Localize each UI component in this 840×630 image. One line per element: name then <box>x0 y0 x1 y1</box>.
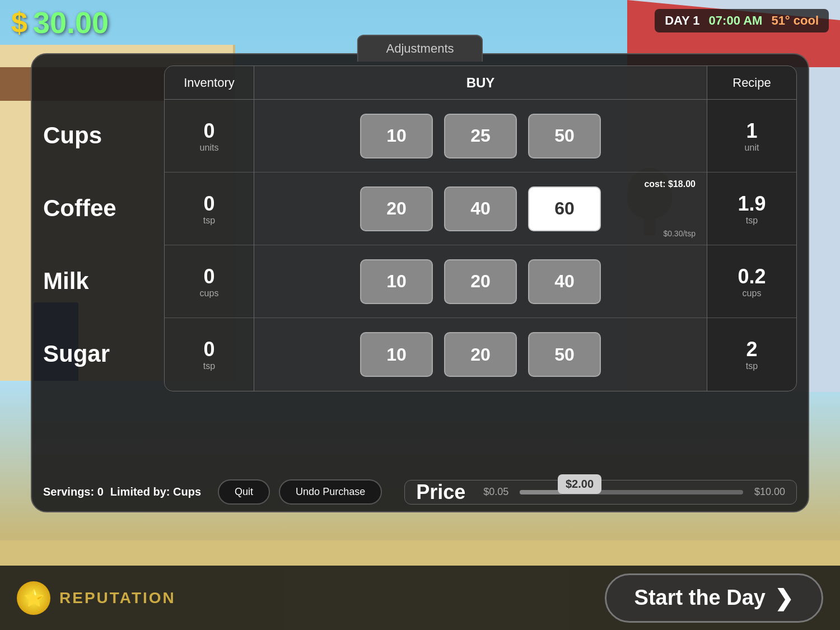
footer-bar: ⭐ REPUTATION Start the Day ❯ <box>0 566 840 630</box>
inv-value-milk: 0 <box>203 265 214 288</box>
recipe-unit-milk: cups <box>743 288 762 298</box>
panel-bottom-bar: Servings: 0 Limited by: Cups Quit Undo P… <box>32 473 808 511</box>
recipe-value-milk: 0.2 <box>738 265 766 288</box>
start-btn-label: Start the Day <box>634 586 766 610</box>
recipe-unit-sugar: tsp <box>746 361 758 371</box>
reputation-section: ⭐ REPUTATION <box>17 581 176 615</box>
buy-col: BUY 10 25 50 cost: $18.00 20 40 60 $0.30… <box>254 66 707 391</box>
day-label: DAY 1 <box>665 13 699 28</box>
buy-sugar-20[interactable]: 20 <box>444 332 517 377</box>
price-max: $10.00 <box>754 486 785 498</box>
limited-by: Cups <box>173 486 201 498</box>
buy-milk-20[interactable]: 20 <box>444 259 517 304</box>
buy-row-sugar: 10 20 50 <box>254 318 707 391</box>
buy-cups-50[interactable]: 50 <box>528 114 601 158</box>
inv-unit-sugar: tsp <box>203 361 215 371</box>
labels-col: Cups Coffee Milk Sugar <box>43 66 155 467</box>
buy-coffee-20[interactable]: 20 <box>360 186 433 231</box>
recipe-cell-sugar: 2 tsp <box>707 318 796 391</box>
buy-row-cups: 10 25 50 <box>254 100 707 172</box>
limited-prefix: Limited by: <box>110 486 170 498</box>
inv-value-sugar: 0 <box>203 338 214 361</box>
servings-value: 0 <box>97 486 104 498</box>
buy-row-milk: 10 20 40 <box>254 245 707 318</box>
recipe-cell-coffee: 1.9 tsp <box>707 172 796 245</box>
recipe-value-coffee: 1.9 <box>738 192 766 216</box>
buy-cups-10[interactable]: 10 <box>360 114 433 158</box>
buy-coffee-60[interactable]: 60 <box>528 186 601 231</box>
row-label-coffee: Coffee <box>43 172 155 245</box>
row-label-milk: Milk <box>43 245 155 318</box>
inv-unit-coffee: tsp <box>203 216 215 226</box>
servings-info: Servings: 0 <box>43 486 104 498</box>
undo-button[interactable]: Undo Purchase <box>279 479 382 505</box>
price-slider-fill <box>520 490 562 494</box>
buy-milk-10[interactable]: 10 <box>360 259 433 304</box>
rep-star: ⭐ <box>24 588 44 608</box>
reputation-icon: ⭐ <box>17 581 50 615</box>
chevron-right-icon: ❯ <box>774 585 794 611</box>
price-label: Price <box>416 480 472 504</box>
buy-sugar-50[interactable]: 50 <box>528 332 601 377</box>
inv-cell-sugar: 0 tsp <box>165 318 254 391</box>
inventory-col: Inventory 0 units 0 tsp 0 cups 0 <box>165 66 254 391</box>
price-slider[interactable]: $2.00 <box>520 490 743 494</box>
middle-section: Inventory 0 units 0 tsp 0 cups 0 <box>164 66 797 467</box>
inv-cell-milk: 0 cups <box>165 245 254 318</box>
limited-info: Limited by: Cups <box>110 486 201 498</box>
buy-header: BUY <box>254 66 707 100</box>
buy-coffee-cost: cost: $18.00 <box>644 179 696 189</box>
action-buttons: Quit Undo Purchase <box>218 479 382 505</box>
start-day-button[interactable]: Start the Day ❯ <box>605 573 823 623</box>
inv-cell-cups: 0 units <box>165 100 254 172</box>
buy-cups-25[interactable]: 25 <box>444 114 517 158</box>
buy-coffee-price: $0.30/tsp <box>663 229 696 238</box>
price-min: $0.05 <box>483 486 508 498</box>
row-label-sugar: Sugar <box>43 318 155 390</box>
row-label-cups: Cups <box>43 99 155 172</box>
inv-buy-container: Inventory 0 units 0 tsp 0 cups 0 <box>164 66 797 391</box>
recipe-unit-cups: unit <box>745 143 759 153</box>
money-amount: 30.00 <box>33 5 109 40</box>
inv-value-coffee: 0 <box>203 192 214 216</box>
inv-unit-cups: units <box>200 143 219 153</box>
quit-button[interactable]: Quit <box>218 479 270 505</box>
day-info: DAY 1 07:00 AM 51° cool <box>655 9 829 32</box>
recipe-value-cups: 1 <box>746 119 757 143</box>
servings-label: Servings: <box>43 486 94 498</box>
day-temp: 51° cool <box>771 13 819 28</box>
inv-cell-coffee: 0 tsp <box>165 172 254 245</box>
price-thumb: $2.00 <box>558 474 601 494</box>
price-section: Price $0.05 $2.00 $10.00 <box>404 480 797 505</box>
inventory-header: Inventory <box>165 66 254 100</box>
adjustments-label: Adjustments <box>386 41 454 55</box>
recipe-col: Recipe 1 unit 1.9 tsp 0.2 cups 2 <box>707 66 796 391</box>
main-panel: Cups Coffee Milk Sugar Inventory 0 units… <box>31 53 809 512</box>
buy-coffee-40[interactable]: 40 <box>444 186 517 231</box>
recipe-unit-coffee: tsp <box>746 216 758 226</box>
inv-unit-milk: cups <box>200 288 219 298</box>
panel-content: Cups Coffee Milk Sugar Inventory 0 units… <box>32 54 808 473</box>
inv-value-cups: 0 <box>203 119 214 143</box>
buy-row-coffee: cost: $18.00 20 40 60 $0.30/tsp <box>254 172 707 245</box>
money-icon: $ <box>11 6 27 39</box>
rep-label: REPUTATION <box>59 589 176 607</box>
day-time: 07:00 AM <box>709 13 763 28</box>
recipe-cell-milk: 0.2 cups <box>707 245 796 318</box>
adjustments-tab: Adjustments <box>357 35 483 62</box>
buy-milk-40[interactable]: 40 <box>528 259 601 304</box>
recipe-cell-cups: 1 unit <box>707 100 796 172</box>
buy-sugar-10[interactable]: 10 <box>360 332 433 377</box>
recipe-header: Recipe <box>707 66 796 100</box>
recipe-value-sugar: 2 <box>746 338 757 361</box>
